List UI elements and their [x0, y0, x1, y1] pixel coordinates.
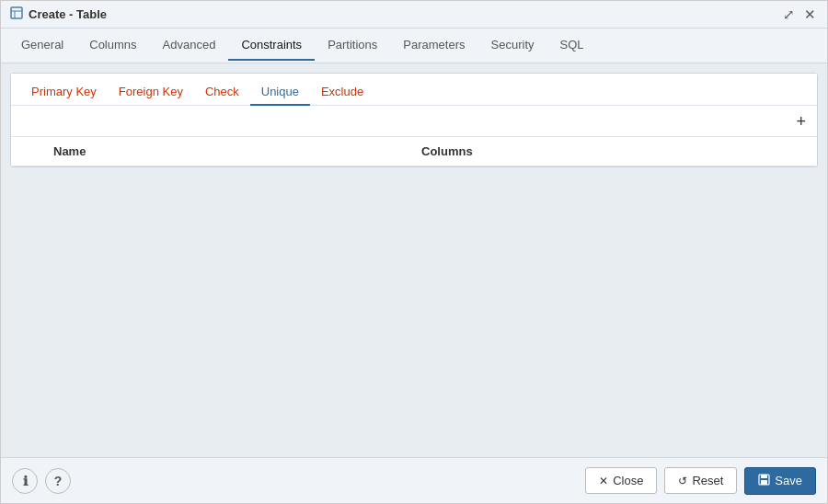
save-button[interactable]: Save — [744, 467, 816, 495]
title-bar-right: ⤢ ✕ — [781, 7, 818, 21]
reset-button[interactable]: ↺ Reset — [664, 467, 737, 494]
tab-constraints[interactable]: Constraints — [228, 30, 315, 61]
tab-general[interactable]: General — [8, 30, 76, 61]
table-icon — [10, 6, 23, 22]
title-bar: Create - Table ⤢ ✕ — [1, 1, 827, 29]
svg-rect-4 — [761, 475, 767, 478]
tab-parameters[interactable]: Parameters — [390, 30, 477, 61]
secondary-tabs: Primary Key Foreign Key Check Unique Exc… — [11, 74, 817, 106]
table-header-row: Name Columns — [11, 137, 817, 166]
close-label: Close — [613, 474, 643, 487]
tab-security[interactable]: Security — [478, 30, 547, 61]
help-button[interactable]: ? — [45, 468, 71, 494]
data-table: Name Columns — [11, 137, 817, 166]
info-icon: ℹ — [23, 474, 28, 488]
close-icon: ✕ — [599, 475, 608, 487]
info-button[interactable]: ℹ — [12, 468, 38, 494]
table-toolbar: + — [11, 106, 817, 137]
footer: ℹ ? ✕ Close ↺ Reset — [1, 457, 827, 503]
footer-right: ✕ Close ↺ Reset Save — [585, 467, 816, 495]
close-title-button[interactable]: ✕ — [802, 7, 818, 21]
content-area: Primary Key Foreign Key Check Unique Exc… — [1, 63, 827, 457]
tab-exclude[interactable]: Exclude — [310, 79, 374, 106]
tab-foreign-key[interactable]: Foreign Key — [108, 79, 194, 106]
constraint-panel: Primary Key Foreign Key Check Unique Exc… — [10, 73, 818, 167]
reset-label: Reset — [692, 474, 723, 487]
footer-left: ℹ ? — [12, 468, 71, 494]
expand-button[interactable]: ⤢ — [781, 7, 797, 21]
tab-unique[interactable]: Unique — [250, 79, 310, 106]
save-icon — [758, 474, 770, 488]
tab-advanced[interactable]: Advanced — [150, 30, 229, 61]
save-label: Save — [775, 474, 802, 487]
dialog: Create - Table ⤢ ✕ General Columns Advan… — [0, 0, 828, 504]
title-bar-left: Create - Table — [10, 6, 107, 22]
tab-columns[interactable]: Columns — [76, 30, 149, 61]
help-icon: ? — [54, 474, 63, 488]
reset-icon: ↺ — [678, 475, 687, 487]
tab-sql[interactable]: SQL — [547, 30, 597, 61]
close-button[interactable]: ✕ Close — [585, 467, 657, 494]
add-row-button[interactable]: + — [792, 113, 810, 130]
tab-primary-key[interactable]: Primary Key — [20, 79, 108, 106]
col-header-columns: Columns — [412, 137, 817, 166]
svg-rect-0 — [11, 7, 22, 18]
col-header-check — [11, 137, 44, 166]
col-header-name: Name — [44, 137, 412, 166]
tab-partitions[interactable]: Partitions — [315, 30, 390, 61]
tab-check[interactable]: Check — [194, 79, 250, 106]
primary-tabs: General Columns Advanced Constraints Par… — [1, 29, 827, 63]
dialog-title: Create - Table — [29, 7, 107, 21]
svg-rect-5 — [761, 480, 767, 485]
